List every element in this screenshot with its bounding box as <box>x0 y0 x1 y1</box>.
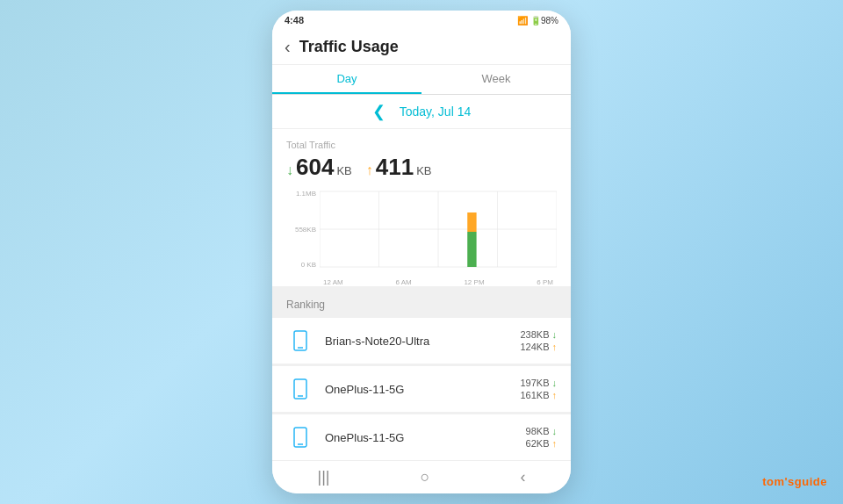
device-upload-row-3: 62KB ↑ <box>526 438 557 449</box>
device-download-row-1: 238KB ↓ <box>520 329 557 340</box>
svg-rect-8 <box>467 232 476 267</box>
download-unit: KB <box>336 164 351 177</box>
ranking-section: Ranking <box>272 292 571 318</box>
svg-rect-9 <box>467 212 476 232</box>
y-label-top: 1.1MB <box>296 190 316 198</box>
ranking-label: Ranking <box>286 299 557 311</box>
menu-button[interactable]: ||| <box>318 468 330 486</box>
device-traffic-2: 197KB ↓ 161KB ↑ <box>520 378 557 400</box>
device-upload-row-2: 161KB ↑ <box>520 390 557 400</box>
y-label-mid: 558KB <box>295 226 316 234</box>
phone-frame: 4:48 📶 🔋98% ‹ Traffic Usage Day Week ❮ T… <box>272 11 571 493</box>
signal-icon: 📶 <box>517 16 528 25</box>
device-download-row-2: 197KB ↓ <box>520 378 557 388</box>
device-icon-3 <box>286 423 314 451</box>
header: ‹ Traffic Usage <box>272 30 571 65</box>
device-item-2[interactable]: OnePlus-11-5G 197KB ↓ 161KB ↑ <box>272 366 571 413</box>
date-navigation: ❮ Today, Jul 14 <box>272 95 571 129</box>
brand-prefix: tom's <box>762 475 795 488</box>
back-nav-button[interactable]: ‹ <box>520 468 525 486</box>
brand-suffix: guide <box>795 475 827 488</box>
download-arrow: ↓ <box>286 162 293 178</box>
x-label-12am: 12 AM <box>323 278 343 286</box>
x-label-6am: 6 AM <box>395 278 411 286</box>
total-traffic-label: Total Traffic <box>286 140 557 150</box>
device-upload-arrow-2: ↑ <box>552 390 558 400</box>
device-name-1: Brian-s-Note20-Ultra <box>325 335 520 348</box>
page-title: Traffic Usage <box>299 38 399 56</box>
device-download-value-1: 238KB <box>520 329 549 340</box>
tab-day[interactable]: Day <box>272 65 422 94</box>
device-download-arrow-3: ↓ <box>552 426 558 436</box>
device-upload-arrow-3: ↑ <box>552 438 558 449</box>
chart-plot <box>320 190 557 269</box>
device-download-arrow-2: ↓ <box>552 378 558 388</box>
device-name-3: OnePlus-11-5G <box>325 431 526 444</box>
device-upload-row-1: 124KB ↑ <box>520 342 557 352</box>
back-button[interactable]: ‹ <box>285 37 291 57</box>
device-upload-value-1: 124KB <box>520 342 549 352</box>
device-download-row-3: 98KB ↓ <box>526 426 557 436</box>
device-download-value-3: 98KB <box>526 426 550 436</box>
status-bar: 4:48 📶 🔋98% <box>272 11 571 30</box>
status-icons: 📶 🔋98% <box>517 16 558 25</box>
phone-icon-2 <box>290 378 311 400</box>
chart-area: 1.1MB 558KB 0 KB <box>286 190 557 269</box>
tab-bar: Day Week <box>272 65 571 95</box>
device-item[interactable]: Brian-s-Note20-Ultra 238KB ↓ 124KB ↑ <box>272 318 571 364</box>
device-upload-value-3: 62KB <box>526 438 550 449</box>
bottom-nav: ||| ○ ‹ <box>272 460 571 493</box>
traffic-totals: ↓ 604 KB ↑ 411 KB <box>286 154 557 181</box>
device-traffic-3: 98KB ↓ 62KB ↑ <box>526 426 557 449</box>
chart-y-labels: 1.1MB 558KB 0 KB <box>286 190 320 269</box>
current-date: Today, Jul 14 <box>400 104 471 119</box>
battery-icon: 🔋98% <box>530 16 558 25</box>
upload-unit: KB <box>416 164 431 177</box>
home-button[interactable]: ○ <box>421 468 430 486</box>
device-upload-arrow-1: ↑ <box>552 342 558 352</box>
traffic-chart: 1.1MB 558KB 0 KB <box>286 190 557 286</box>
download-value: 604 <box>296 154 334 181</box>
x-label-12pm: 12 PM <box>464 278 484 286</box>
phone-icon-1 <box>290 330 311 351</box>
chart-x-labels: 12 AM 6 AM 12 PM 6 PM <box>320 278 557 286</box>
device-item-3[interactable]: OnePlus-11-5G 98KB ↓ 62KB ↑ <box>272 414 571 460</box>
device-download-arrow-1: ↓ <box>552 329 558 340</box>
device-upload-value-2: 161KB <box>520 390 549 400</box>
device-name-2: OnePlus-11-5G <box>325 383 520 396</box>
upload-traffic: ↑ 411 KB <box>366 154 432 181</box>
chart-svg <box>320 190 557 269</box>
x-label-6pm: 6 PM <box>537 278 553 286</box>
y-label-bottom: 0 KB <box>301 261 316 269</box>
download-traffic: ↓ 604 KB <box>286 154 352 181</box>
device-icon-2 <box>286 375 314 403</box>
status-time: 4:48 <box>285 15 304 25</box>
phone-icon-3 <box>290 427 311 448</box>
tab-week[interactable]: Week <box>422 65 571 94</box>
upload-arrow: ↑ <box>366 162 373 178</box>
main-content: ❮ Today, Jul 14 Total Traffic ↓ 604 KB ↑… <box>272 95 571 460</box>
brand-watermark: tom'sguide <box>762 475 827 488</box>
upload-value: 411 <box>376 154 414 181</box>
prev-date-button[interactable]: ❮ <box>372 102 385 121</box>
device-traffic-1: 238KB ↓ 124KB ↑ <box>520 329 557 352</box>
device-list: Brian-s-Note20-Ultra 238KB ↓ 124KB ↑ <box>272 318 571 460</box>
traffic-section: Total Traffic ↓ 604 KB ↑ 411 KB 1.1MB <box>272 129 571 286</box>
device-icon-1 <box>286 327 314 355</box>
device-download-value-2: 197KB <box>520 378 549 388</box>
